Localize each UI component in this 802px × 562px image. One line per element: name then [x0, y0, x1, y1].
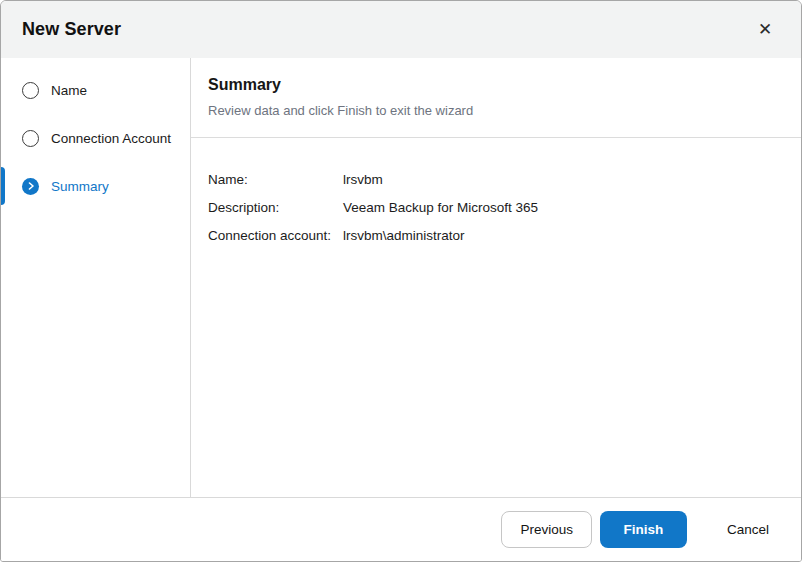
step-heading: Summary	[208, 76, 781, 94]
chevron-right-icon	[22, 178, 39, 195]
field-value: lrsvbm\administrator	[343, 228, 781, 243]
summary-step-content: Summary Review data and click Finish to …	[191, 58, 801, 497]
new-server-wizard-dialog: New Server ✕ Name Connection Account	[0, 0, 802, 562]
field-value: lrsvbm	[343, 172, 781, 187]
field-description: Description: Veeam Backup for Microsoft …	[208, 200, 781, 215]
step-subtitle: Review data and click Finish to exit the…	[208, 103, 781, 118]
active-step-indicator	[1, 167, 5, 205]
step-summary[interactable]: Summary	[1, 162, 190, 210]
finish-button[interactable]: Finish	[600, 511, 687, 548]
dialog-title: New Server	[22, 19, 121, 40]
dialog-body: Name Connection Account Summary Summary	[1, 58, 801, 497]
step-connection-account[interactable]: Connection Account	[1, 114, 190, 162]
dialog-titlebar: New Server ✕	[1, 1, 801, 58]
cancel-button[interactable]: Cancel	[709, 511, 787, 548]
step-circle-icon	[22, 130, 39, 147]
field-value: Veeam Backup for Microsoft 365	[343, 200, 781, 215]
step-label: Name	[51, 83, 87, 98]
field-label: Connection account:	[208, 228, 343, 243]
field-label: Description:	[208, 200, 343, 215]
close-icon: ✕	[758, 21, 772, 38]
previous-button[interactable]: Previous	[501, 511, 592, 548]
step-header: Summary Review data and click Finish to …	[191, 58, 801, 138]
step-circle-icon	[22, 82, 39, 99]
wizard-steps-sidebar: Name Connection Account Summary	[1, 58, 191, 497]
summary-fields: Name: lrsvbm Description: Veeam Backup f…	[191, 138, 801, 256]
dialog-footer: Previous Finish Cancel	[1, 497, 801, 561]
field-label: Name:	[208, 172, 343, 187]
field-connection-account: Connection account: lrsvbm\administrator	[208, 228, 781, 243]
field-name: Name: lrsvbm	[208, 172, 781, 187]
step-label: Summary	[51, 179, 109, 194]
step-label: Connection Account	[51, 131, 171, 146]
step-name[interactable]: Name	[1, 66, 190, 114]
close-button[interactable]: ✕	[751, 16, 779, 44]
